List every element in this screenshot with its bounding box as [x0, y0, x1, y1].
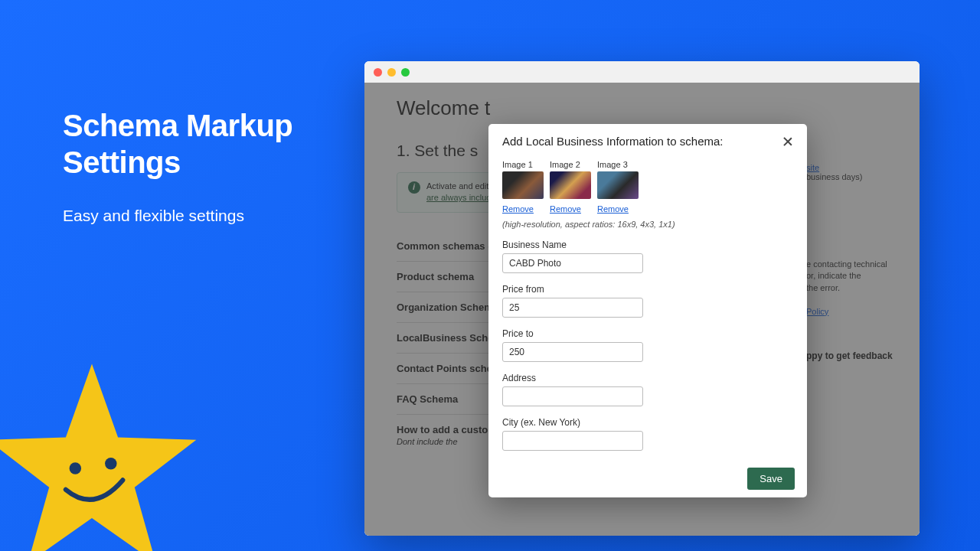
remove-image-link[interactable]: Remove [597, 204, 629, 214]
business-name-input[interactable] [502, 253, 643, 273]
modal-footer: Save [488, 459, 807, 497]
image-label: Image 1 [502, 160, 544, 169]
star-mascot-icon [0, 352, 211, 551]
image-label: Image 3 [597, 160, 639, 169]
image-slot-3: Image 3 Remove [597, 160, 639, 215]
window-titlebar [364, 61, 920, 83]
price-from-input[interactable] [502, 298, 643, 318]
city-input[interactable] [502, 431, 643, 451]
promo-subtitle: Easy and flexible settings [63, 202, 323, 230]
modal-title: Add Local Business Information to schema… [502, 135, 724, 148]
image-slot-1: Image 1 Remove [502, 160, 544, 215]
image-thumb[interactable] [502, 171, 544, 199]
image-thumb[interactable] [597, 171, 639, 199]
promo-title: Schema Markup Settings [63, 107, 323, 181]
image-thumb[interactable] [550, 171, 591, 199]
address-label: Address [502, 373, 793, 383]
image-label: Image 2 [550, 160, 591, 169]
window-minimize-dot[interactable] [387, 68, 396, 77]
image-hint: (high-resolution, aspect ratios: 16x9, 4… [502, 220, 793, 229]
window-close-dot[interactable] [374, 68, 382, 77]
image-row: Image 1 Remove Image 2 Remove Image 3 Re… [502, 160, 793, 215]
price-to-input[interactable] [502, 342, 643, 362]
business-name-label: Business Name [502, 240, 793, 250]
svg-point-0 [70, 462, 82, 474]
window-zoom-dot[interactable] [401, 68, 410, 77]
local-business-modal: Add Local Business Information to schema… [488, 124, 807, 497]
remove-image-link[interactable]: Remove [502, 204, 534, 214]
modal-header: Add Local Business Information to schema… [488, 124, 807, 155]
modal-body[interactable]: Image 1 Remove Image 2 Remove Image 3 Re… [488, 155, 807, 459]
address-input[interactable] [502, 386, 643, 406]
promo-text: Schema Markup Settings Easy and flexible… [63, 107, 323, 230]
close-icon[interactable] [782, 136, 793, 147]
save-button[interactable]: Save [747, 468, 795, 490]
city-label: City (ex. New York) [502, 417, 793, 428]
remove-image-link[interactable]: Remove [550, 204, 581, 214]
price-from-label: Price from [502, 284, 793, 295]
svg-point-1 [105, 458, 117, 470]
app-content: Welcome t 1. Set the s Activate and edit… [364, 83, 920, 536]
app-window: Welcome t 1. Set the s Activate and edit… [364, 61, 920, 536]
price-to-label: Price to [502, 328, 793, 339]
image-slot-2: Image 2 Remove [550, 160, 591, 215]
